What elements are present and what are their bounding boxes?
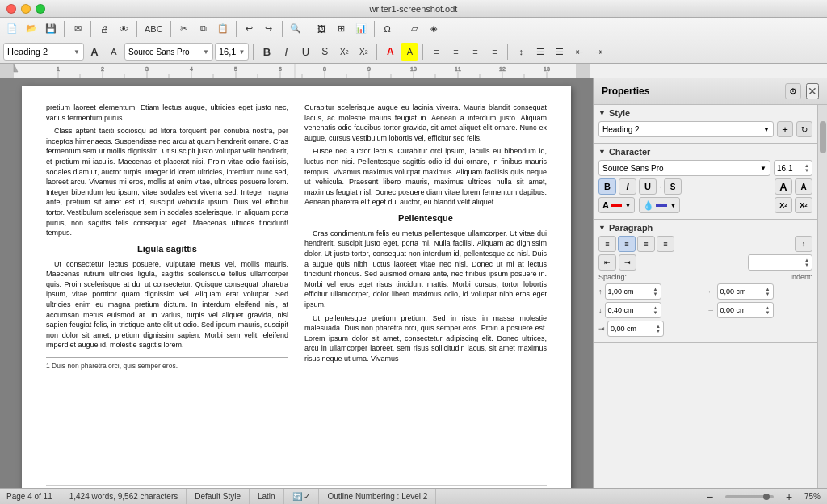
style-update-button[interactable]: ↻ [796, 121, 812, 137]
line-spacing-button[interactable]: ↕ [512, 43, 530, 61]
char-size-arrows[interactable]: ▲ ▼ [804, 163, 809, 173]
list-bullet-button[interactable]: ☰ [531, 43, 549, 61]
line-spacing-down[interactable]: ▼ [804, 262, 809, 267]
char-size-down[interactable]: ▼ [804, 168, 809, 173]
italic-button[interactable]: I [277, 43, 295, 61]
indent-increase-button[interactable]: ⇥ [590, 43, 607, 61]
character-section-header[interactable]: ▼ Character [598, 147, 812, 157]
insert-special-char-button[interactable]: Ω [379, 20, 397, 38]
superscript-btn[interactable]: X2 [775, 197, 792, 213]
style-a2-btn[interactable]: A [105, 43, 123, 61]
print-button[interactable]: 🖨 [95, 20, 113, 38]
highlight-button[interactable]: A [401, 43, 418, 61]
style-value-dropdown[interactable]: Heading 2 ▼ [598, 121, 774, 137]
spellcheck-button[interactable]: ABC [141, 20, 166, 38]
font-color-arrow[interactable]: ▼ [625, 203, 631, 208]
properties-scrollbar[interactable] [817, 105, 827, 488]
insert-table-button[interactable]: ⊞ [333, 20, 351, 38]
zoom-slider[interactable] [725, 495, 774, 498]
char-bold-button[interactable]: B [598, 178, 616, 195]
indent-after-down[interactable]: ▼ [766, 310, 770, 315]
cut-button[interactable]: ✂ [175, 20, 193, 38]
zoom-out-button[interactable]: − [701, 488, 719, 505]
font-color-button[interactable]: A [381, 43, 399, 61]
bold-button[interactable]: B [258, 43, 275, 61]
open-button[interactable]: 📂 [23, 20, 40, 38]
list-number-button[interactable]: ☰ [551, 43, 569, 61]
properties-header: Properties ⚙ ✕ [594, 78, 827, 105]
undo-button[interactable]: ↩ [241, 20, 258, 38]
char-size-large-button[interactable]: A [775, 178, 792, 195]
print-preview-button[interactable]: 👁 [115, 20, 132, 38]
font-color-btn[interactable]: A ▼ [598, 197, 635, 213]
separator-fmt-4 [507, 44, 508, 60]
minimize-button[interactable] [21, 4, 31, 14]
above-para-down[interactable]: ▼ [653, 292, 658, 296]
properties-close-button[interactable]: ✕ [806, 83, 819, 99]
first-line-field[interactable]: 0,00 cm ▲ ▼ [607, 321, 664, 337]
paste-button[interactable]: 📋 [214, 20, 232, 38]
font-name-dropdown[interactable]: Source Sans Pro ▼ [124, 43, 213, 61]
subscript-btn[interactable]: X2 [795, 197, 812, 213]
style-new-button[interactable]: + [777, 121, 793, 137]
close-button[interactable] [6, 4, 16, 14]
style-a-btn[interactable]: A [86, 43, 103, 61]
style-dropdown[interactable]: Heading 2 ▼ [3, 43, 84, 61]
char-shadow-button[interactable]: S [664, 178, 682, 195]
properties-gear-button[interactable]: ⚙ [785, 83, 801, 99]
new-button[interactable]: 📄 [3, 20, 21, 38]
spacing-indent-headers: Spacing: Indent: [598, 273, 812, 281]
indent-before-field[interactable]: 0,00 cm ▲ ▼ [717, 284, 774, 300]
save-button[interactable]: 💾 [42, 20, 60, 38]
font-color-swatch [611, 204, 622, 207]
maximize-button[interactable] [36, 4, 45, 14]
below-para-down[interactable]: ▼ [653, 310, 658, 315]
font-color-label: A [602, 200, 609, 210]
para-indent-decrease[interactable]: ⇤ [598, 254, 616, 271]
highlight-color-btn[interactable]: 💧 ▼ [639, 197, 680, 213]
char-italic-button[interactable]: I [619, 178, 636, 195]
below-para-field[interactable]: 0,40 cm ▲ ▼ [605, 302, 661, 318]
navigator-button[interactable]: ◈ [425, 20, 443, 38]
zoom-in-button[interactable]: + [780, 488, 798, 505]
para-align-right[interactable]: ≡ [637, 236, 655, 252]
insert-image-button[interactable]: 🖼 [313, 20, 331, 38]
para-align-justify[interactable]: ≡ [657, 236, 674, 252]
superscript-button[interactable]: X2 [335, 43, 353, 61]
para-indent-increase[interactable]: ⇥ [619, 254, 636, 271]
underline-button[interactable]: U [296, 43, 314, 61]
redo-button[interactable]: ↪ [260, 20, 278, 38]
scrollbar-thumb[interactable] [820, 121, 826, 153]
draw-button[interactable]: ▱ [405, 20, 423, 38]
char-size-field[interactable]: 16,1 ▲ ▼ [774, 160, 812, 176]
left-text-2: Class aptent taciti sociosqu ad litora t… [46, 126, 288, 238]
above-para-field[interactable]: 1,00 cm ▲ ▼ [605, 284, 661, 300]
first-line-down[interactable]: ▼ [656, 329, 661, 334]
indent-after-field[interactable]: 0,00 cm ▲ ▼ [717, 302, 774, 318]
style-section-header[interactable]: ▼ Style [598, 108, 812, 118]
highlight-swatch [656, 204, 667, 207]
align-justify-button[interactable]: ≡ [485, 43, 503, 61]
indent-before-down[interactable]: ▼ [766, 292, 770, 296]
font-size-dropdown[interactable]: 16,1 ▼ [215, 43, 249, 61]
para-align-left[interactable]: ≡ [598, 236, 616, 252]
align-left-button[interactable]: ≡ [427, 43, 445, 61]
line-spacing-field[interactable]: ▲ ▼ [748, 254, 812, 271]
char-font-dropdown[interactable]: Source Sans Pro ▼ [598, 160, 770, 176]
para-align-center[interactable]: ≡ [618, 236, 636, 252]
paragraph-section-header[interactable]: ▼ Paragraph [598, 223, 812, 233]
find-button[interactable]: 🔍 [287, 20, 304, 38]
email-button[interactable]: ✉ [69, 20, 86, 38]
strikethrough-button[interactable]: S [316, 43, 334, 61]
subscript-button[interactable]: X2 [355, 43, 372, 61]
align-right-button[interactable]: ≡ [466, 43, 484, 61]
copy-button[interactable]: ⧉ [195, 20, 212, 38]
insert-chart-button[interactable]: 📊 [352, 20, 370, 38]
highlight-arrow[interactable]: ▼ [670, 203, 676, 208]
language-value: Latin [258, 492, 275, 501]
indent-decrease-button[interactable]: ⇤ [570, 43, 588, 61]
para-line-spacing-btn[interactable]: ↕ [795, 236, 812, 252]
align-center-button[interactable]: ≡ [447, 43, 464, 61]
char-size-small-button[interactable]: A [795, 178, 812, 195]
char-underline-button[interactable]: U [639, 178, 657, 195]
